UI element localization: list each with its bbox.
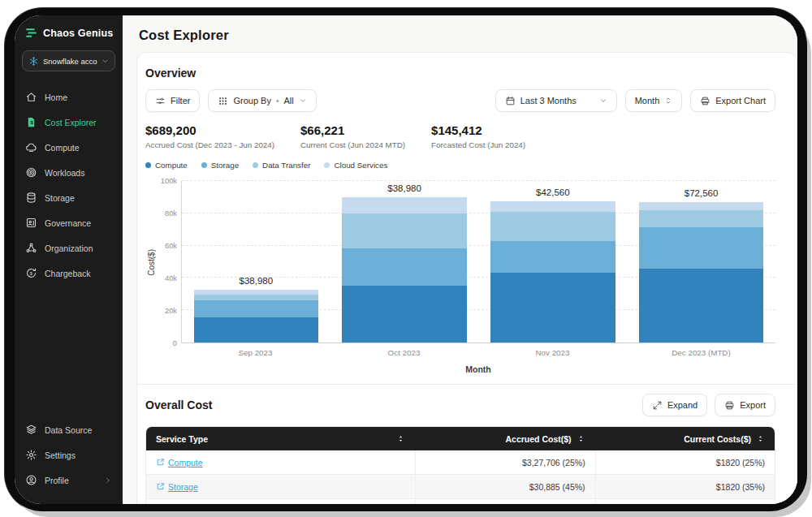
x-tick-label: Sep 2023: [181, 348, 330, 357]
stat-label: Accrued Cost (Dec 2023 - Jun 2024): [145, 140, 274, 149]
legend-label: Storage: [211, 161, 239, 170]
sidebar-item-storage[interactable]: Storage: [22, 185, 115, 210]
legend-dot: [145, 162, 151, 168]
stat-block: $689,200Accrued Cost (Dec 2023 - Jun 202…: [145, 123, 274, 149]
sort-icon[interactable]: [577, 434, 585, 443]
sidebar-item-label: Profile: [45, 476, 69, 485]
column-header-2[interactable]: Accrued Cost($): [415, 427, 594, 450]
svg-text:$: $: [31, 119, 34, 125]
layers-icon: [25, 424, 37, 436]
bar-segment-data-transfer: [342, 213, 467, 248]
legend-label: Data Transfer: [262, 161, 310, 170]
legend-item[interactable]: Compute: [145, 161, 188, 170]
dot-separator: •: [276, 97, 279, 106]
expand-button[interactable]: Expand: [642, 394, 707, 416]
sidebar-item-settings[interactable]: Settings: [22, 442, 115, 467]
page-header: Cost Explorer: [123, 15, 797, 52]
sidebar-item-profile[interactable]: Profile: [22, 467, 115, 493]
x-tick-label: Nov 2023: [478, 348, 627, 357]
sidebar-item-cost-explorer[interactable]: $Cost Explorer: [22, 110, 115, 135]
legend-item[interactable]: Data Transfer: [253, 161, 310, 170]
date-range-dropdown[interactable]: Last 3 Months: [495, 89, 617, 112]
y-axis-title: Cost($): [145, 181, 157, 343]
filter-label: Filter: [171, 96, 190, 106]
bar-segment-compute: [639, 269, 764, 343]
workloads-icon: [25, 166, 37, 179]
service-link-label: Compute: [168, 458, 203, 467]
sidebar-item-data-source[interactable]: Data Source: [22, 417, 115, 442]
sidebar-item-organization[interactable]: Organization: [22, 235, 115, 261]
sidebar-item-chargeback[interactable]: $Chargeback: [22, 261, 115, 286]
bar-value-label: $38,980: [182, 276, 330, 286]
sidebar-item-label: Home: [45, 93, 67, 102]
y-tick-label: 60k: [165, 242, 177, 250]
bar-segment-cloud-services: [194, 290, 319, 295]
y-tick-label: 40k: [165, 274, 177, 282]
filter-button[interactable]: Filter: [145, 89, 200, 112]
y-tick-label: 80k: [165, 209, 177, 218]
filter-icon: [155, 96, 166, 106]
table-header-row: Service TypeAccrued Cost($)Current Costs…: [146, 427, 775, 450]
bar-value-label: $42,560: [479, 187, 628, 197]
table-body: Compute$3,27,706 (25%)$1820 (25%)Storage…: [146, 450, 775, 504]
column-header-3[interactable]: Current Costs($): [595, 427, 775, 450]
cost-explorer-icon: $: [25, 116, 37, 128]
sidebar-item-label: Cost Explorer: [45, 118, 97, 127]
sidebar-item-home[interactable]: Home: [22, 84, 115, 110]
bar-segment-data-transfer: [639, 210, 764, 227]
section-divider: [137, 384, 797, 385]
sidebar-footer-nav: Data SourceSettingsProfile: [22, 417, 115, 493]
chargeback-icon: $: [25, 267, 37, 279]
sidebar-item-label: Governance: [45, 218, 91, 228]
app-screen: Chaos Genius Snowflake acco... Home$Cost…: [15, 15, 797, 504]
table-row: Storage$30,885 (45%)$1820 (35%): [146, 475, 775, 499]
grid-icon: [218, 96, 228, 106]
printer-icon: [700, 96, 710, 106]
brand: Chaos Genius: [22, 26, 115, 40]
service-link[interactable]: Storage: [156, 482, 198, 492]
profile-icon: [25, 474, 37, 486]
export-chart-button[interactable]: Export Chart: [690, 89, 775, 112]
stat-value: $66,221: [300, 123, 405, 137]
sidebar-item-label: Storage: [45, 193, 75, 203]
export-button[interactable]: Export: [715, 394, 775, 416]
stat-value: $689,200: [145, 123, 274, 137]
legend-dot: [201, 162, 207, 168]
sidebar-item-label: Settings: [45, 450, 76, 460]
legend-item[interactable]: Storage: [201, 161, 239, 170]
sort-icon[interactable]: [396, 434, 405, 443]
column-header-1[interactable]: Service Type: [146, 427, 415, 450]
current-cost-cell: $0 (0%): [595, 499, 775, 504]
bar-segment-storage: [342, 248, 467, 287]
y-tick-label: 20k: [165, 307, 177, 315]
sidebar-item-compute[interactable]: Compute: [22, 135, 115, 160]
bar-segment-cloud-services: [342, 197, 467, 213]
organization-icon: [25, 242, 37, 254]
legend-item[interactable]: Cloud Services: [324, 161, 387, 170]
bar-value-label: $72,560: [627, 188, 775, 198]
sidebar-item-governance[interactable]: Governance: [22, 210, 115, 235]
gear-icon: [25, 449, 37, 461]
sidebar-item-workloads[interactable]: Workloads: [22, 160, 115, 185]
account-selector[interactable]: Snowflake acco...: [22, 50, 115, 71]
sort-icon[interactable]: [756, 434, 765, 443]
chevron-down-icon: [102, 58, 109, 65]
controls-left: Filter Group By • All: [145, 89, 317, 112]
plot-area: $38,980$38,980$42,560$72,560: [181, 181, 775, 343]
granularity-select[interactable]: Month: [625, 89, 683, 112]
group-by-label: Group By: [233, 96, 270, 106]
overall-cost-header: Overall Cost Expand Export: [145, 394, 775, 416]
legend-label: Cloud Services: [334, 161, 387, 170]
sidebar-nav: Home$Cost ExplorerComputeWorkloadsStorag…: [22, 84, 115, 286]
export-chart-label: Export Chart: [715, 96, 766, 106]
governance-icon: [25, 217, 37, 229]
home-icon: [25, 91, 37, 103]
bar-segment-storage: [490, 241, 615, 274]
sidebar-item-label: Workloads: [45, 168, 84, 178]
chart-legend: ComputeStorageData TransferCloud Service…: [145, 161, 775, 170]
bar-segment-storage: [194, 300, 319, 317]
printer-icon: [724, 400, 735, 411]
service-link[interactable]: Compute: [156, 458, 203, 467]
group-by-dropdown[interactable]: Group By • All: [208, 89, 316, 112]
storage-icon: [25, 192, 37, 204]
